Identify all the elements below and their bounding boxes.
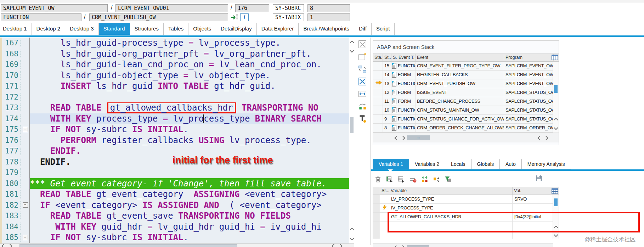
desktop-tab-desktop-2[interactable]: Desktop 2 (32, 23, 66, 35)
variables-tab-locals[interactable]: Locals (445, 159, 471, 169)
scroll-right-icon[interactable] (544, 136, 548, 140)
stack-row[interactable]: 10FUNCTIO..CRM_STATUS_MAINTAIN_OWSAPLCRM… (373, 106, 554, 115)
select-column-icon[interactable] (386, 175, 394, 183)
variables-select-header[interactable] (373, 187, 380, 195)
fold-marker-icon[interactable]: − (23, 127, 28, 132)
line-number[interactable]: 168 (3, 50, 21, 58)
select-rows-icon[interactable] (397, 175, 405, 183)
line-number[interactable]: 184 (3, 223, 21, 231)
scroll-right-icon[interactable] (400, 245, 405, 247)
line-number[interactable]: 171 (3, 82, 21, 90)
scroll-left-icon[interactable] (1, 244, 6, 247)
scrollbar-thumb[interactable] (350, 117, 354, 133)
line-number[interactable]: 177 (3, 147, 21, 155)
move-variable-icon[interactable] (433, 175, 440, 183)
fit-width-icon[interactable] (358, 89, 367, 99)
scroll-down-icon[interactable] (350, 48, 354, 53)
scroll-left-icon[interactable] (394, 136, 399, 140)
stack-row[interactable]: 15FUNCTIO..CRM_EVENT_FILTER_PROC_TYPE_OW… (373, 62, 554, 71)
scroll-right-icon[interactable] (338, 244, 343, 247)
variable-value-cell[interactable]: SRVO (513, 195, 553, 203)
scroll-right-icon[interactable] (8, 244, 12, 247)
stack-row[interactable]: 13FUNCTIO..CRM_EVENT_PUBLISH_OWSAPLCRM_E… (373, 79, 554, 88)
scroll-left-icon[interactable] (332, 244, 336, 247)
sy-tabix-label-field[interactable]: SY-TABIX (273, 13, 304, 21)
line-number[interactable]: 178 (3, 158, 21, 166)
toggle-layout-icon[interactable] (358, 102, 367, 111)
row-select-cell[interactable] (373, 204, 380, 212)
line-number[interactable]: 185 (3, 233, 21, 242)
line-number[interactable]: 181 (3, 190, 21, 198)
variable-row[interactable]: LV_PROCESS_TYPESRVO (373, 195, 554, 204)
sy-subrc-label-field[interactable]: SY-SUBRC (273, 4, 304, 12)
line-number[interactable]: 170 (3, 71, 21, 80)
variables-tab-variables-2[interactable]: Variables 2 (409, 159, 445, 169)
scroll-up-icon[interactable] (350, 40, 354, 45)
stack-row[interactable]: 11FORMBEFORE_CHANGE_PROCESSSAPLCRM_STATU… (373, 97, 554, 106)
desktop-tab-script[interactable]: Script (372, 23, 395, 35)
desktop-tab-diff[interactable]: Diff (354, 23, 372, 35)
editor-vertical-scrollbar[interactable] (349, 38, 355, 243)
sessions-icon[interactable] (358, 40, 367, 49)
desktop-tab-detaildisplay[interactable]: DetailDisplay (216, 23, 257, 35)
line-number[interactable]: 174 (3, 114, 21, 123)
desktop-tab-desktop-3[interactable]: Desktop 3 (65, 23, 99, 35)
fold-marker-icon[interactable]: − (23, 235, 28, 240)
delete-variable-icon[interactable] (374, 175, 382, 183)
variable-name-cell[interactable]: IV_PROCESS_TYPE (389, 204, 513, 212)
line-number[interactable]: 169 (3, 60, 21, 69)
scroll-up-icon[interactable] (350, 228, 354, 232)
filter-icon[interactable] (444, 175, 452, 183)
scroll-left-icon[interactable] (394, 245, 399, 247)
scrollbar-thumb[interactable] (407, 245, 429, 247)
line-number[interactable]: 172 (3, 93, 21, 101)
stack-row[interactable]: 9FUNCTIO..CRM_STATUS_CHANGE_FOR_ACTIV_OW… (373, 115, 554, 124)
line-number-field[interactable]: 176 (235, 4, 269, 12)
fold-marker-icon[interactable]: − (23, 202, 28, 208)
variables-tab-globals[interactable]: Globals (471, 159, 500, 169)
variables-column-header[interactable]: Variable (389, 187, 513, 195)
editor-horizontal-scrollbar[interactable] (0, 243, 354, 247)
object-name-field[interactable]: CRM_EVENT_PUBLISH_OW (89, 13, 228, 21)
save-icon[interactable] (535, 174, 543, 184)
line-number[interactable]: 183 (3, 212, 21, 220)
scroll-up-icon[interactable] (554, 118, 558, 122)
maximize-icon[interactable] (358, 77, 367, 86)
info-icon[interactable]: i (240, 13, 249, 21)
remove-row-icon[interactable] (409, 175, 417, 183)
stack-column-header[interactable]: Program (504, 54, 554, 61)
desktop-tab-tables[interactable]: Tables (164, 23, 188, 35)
scroll-down-icon[interactable] (554, 232, 558, 237)
swap-windows-icon[interactable] (358, 64, 367, 74)
new-window-icon[interactable] (358, 52, 367, 61)
stack-row[interactable]: 8FUNCTIO..CRM_ORDER_CHECK_CHANGE_ALLOWED… (373, 124, 554, 133)
scrollbar-thumb[interactable] (554, 198, 558, 206)
table-settings-icon[interactable] (552, 55, 558, 62)
scroll-left-icon[interactable] (537, 136, 542, 140)
variables-column-header[interactable]: Val. (513, 187, 553, 195)
jump-to-statement-icon[interactable] (230, 13, 239, 21)
include-field[interactable]: LCRM_EVENT_OWU01 (115, 4, 228, 12)
line-number[interactable]: 179 (3, 168, 21, 177)
stack-column-header[interactable]: Sta... (373, 54, 383, 61)
sy-tabix-value-field[interactable]: 1 (307, 13, 350, 21)
scrollbar-thumb[interactable] (19, 244, 237, 247)
stack-column-header[interactable]: Event (416, 54, 504, 61)
stack-row[interactable]: 12FORMISSUE_EVENTSAPLCRM_STATUS_OW (373, 88, 554, 97)
desktop-tab-standard[interactable]: Standard (99, 23, 130, 35)
scrollbar-thumb[interactable]: III (407, 135, 430, 140)
desktop-tab-objects[interactable]: Objects (188, 23, 216, 35)
variable-name-cell[interactable]: LV_PROCESS_TYPE (389, 195, 513, 203)
row-select-cell[interactable] (373, 195, 380, 203)
variables-tab-variables-1[interactable]: Variables 1 (373, 159, 409, 169)
stack-column-header[interactable]: S.. (391, 54, 397, 61)
scroll-down-icon[interactable] (554, 125, 558, 130)
variable-row[interactable]: IV_PROCESS_TYPE (373, 204, 554, 213)
variable-value-cell[interactable] (513, 204, 553, 212)
table-settings-icon[interactable] (552, 188, 558, 195)
desktop-tab-data-explorer[interactable]: Data Explorer (257, 23, 299, 35)
configure-icon[interactable] (358, 114, 367, 123)
variables-tab-auto[interactable]: Auto (500, 159, 522, 169)
row-select-cell[interactable] (373, 230, 380, 239)
variables-tab-memory-analysis[interactable]: Memory Analysis (522, 159, 571, 169)
